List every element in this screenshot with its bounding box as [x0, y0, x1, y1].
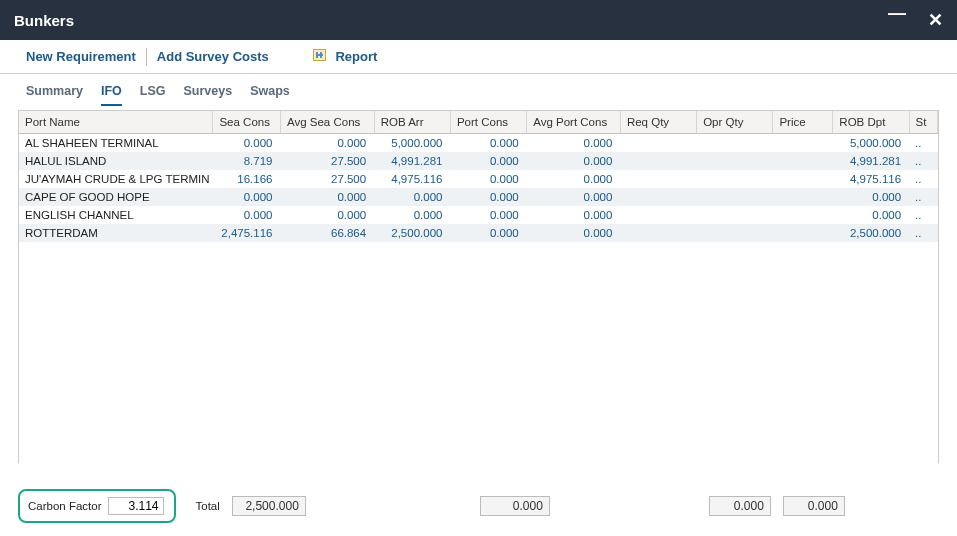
cell-avg_port[interactable]: 0.000: [527, 152, 621, 170]
minimize-icon[interactable]: —: [888, 9, 906, 31]
tab-surveys[interactable]: Surveys: [184, 84, 233, 106]
cell-avg_port[interactable]: 0.000: [527, 188, 621, 206]
cell-rob_dpt[interactable]: 0.000: [833, 188, 909, 206]
col-header[interactable]: Avg Sea Cons: [280, 111, 374, 133]
col-header[interactable]: Opr Qty: [697, 111, 773, 133]
cell-opr[interactable]: [697, 152, 773, 170]
cell-avg_sea[interactable]: 66.864: [280, 224, 374, 242]
cell-avg_sea[interactable]: 0.000: [280, 133, 374, 152]
data-grid[interactable]: Port NameSea ConsAvg Sea ConsROB ArrPort…: [18, 110, 939, 480]
col-header[interactable]: St: [909, 111, 937, 133]
cell-price[interactable]: [773, 152, 833, 170]
tab-lsg[interactable]: LSG: [140, 84, 166, 106]
cell-rob_arr[interactable]: 2,500.000: [374, 224, 450, 242]
table-row[interactable]: JU'AYMAH CRUDE & LPG TERMIN16.16627.5004…: [19, 170, 938, 188]
cell-port_cons[interactable]: 0.000: [450, 224, 526, 242]
cell-port[interactable]: JU'AYMAH CRUDE & LPG TERMIN: [19, 170, 213, 188]
table-row[interactable]: AL SHAHEEN TERMINAL0.0000.0005,000.0000.…: [19, 133, 938, 152]
cell-req[interactable]: [620, 224, 696, 242]
cell-avg_sea[interactable]: 27.500: [280, 152, 374, 170]
cell-avg_port[interactable]: 0.000: [527, 224, 621, 242]
cell-port_cons[interactable]: 0.000: [450, 152, 526, 170]
cell-st[interactable]: ..: [909, 224, 937, 242]
cell-price[interactable]: [773, 206, 833, 224]
cell-rob_arr[interactable]: 4,991.281: [374, 152, 450, 170]
cell-sea[interactable]: 0.000: [213, 133, 281, 152]
cell-port_cons[interactable]: 0.000: [450, 206, 526, 224]
cell-avg_port[interactable]: 0.000: [527, 133, 621, 152]
cell-port[interactable]: AL SHAHEEN TERMINAL: [19, 133, 213, 152]
report-button[interactable]: Report: [303, 47, 388, 67]
cell-sea[interactable]: 8.719: [213, 152, 281, 170]
col-header[interactable]: Sea Cons: [213, 111, 281, 133]
cell-st[interactable]: ..: [909, 170, 937, 188]
carbon-factor-label: Carbon Factor: [28, 500, 102, 512]
cell-req[interactable]: [620, 170, 696, 188]
cell-price[interactable]: [773, 170, 833, 188]
cell-opr[interactable]: [697, 206, 773, 224]
cell-st[interactable]: ..: [909, 206, 937, 224]
cell-port[interactable]: ROTTERDAM: [19, 224, 213, 242]
add-survey-costs-button[interactable]: Add Survey Costs: [147, 47, 279, 67]
cell-price[interactable]: [773, 133, 833, 152]
cell-rob_arr[interactable]: 0.000: [374, 206, 450, 224]
tab-summary[interactable]: Summary: [26, 84, 83, 106]
cell-sea[interactable]: 2,475.116: [213, 224, 281, 242]
cell-opr[interactable]: [697, 133, 773, 152]
col-header[interactable]: Avg Port Cons: [527, 111, 621, 133]
cell-port_cons[interactable]: 0.000: [450, 170, 526, 188]
cell-port_cons[interactable]: 0.000: [450, 188, 526, 206]
cell-opr[interactable]: [697, 188, 773, 206]
cell-st[interactable]: ..: [909, 133, 937, 152]
table-row[interactable]: ENGLISH CHANNEL0.0000.0000.0000.0000.000…: [19, 206, 938, 224]
cell-price[interactable]: [773, 188, 833, 206]
cell-price[interactable]: [773, 224, 833, 242]
cell-port[interactable]: CAPE OF GOOD HOPE: [19, 188, 213, 206]
table-row[interactable]: CAPE OF GOOD HOPE0.0000.0000.0000.0000.0…: [19, 188, 938, 206]
new-requirement-button[interactable]: New Requirement: [16, 47, 146, 67]
cell-port_cons[interactable]: 0.000: [450, 133, 526, 152]
col-header[interactable]: Port Name: [19, 111, 213, 133]
cell-sea[interactable]: 16.166: [213, 170, 281, 188]
cell-avg_sea[interactable]: 0.000: [280, 188, 374, 206]
cell-opr[interactable]: [697, 170, 773, 188]
table-row[interactable]: ROTTERDAM2,475.11666.8642,500.0000.0000.…: [19, 224, 938, 242]
total-port-cons: 0.000: [480, 496, 550, 516]
cell-rob_arr[interactable]: 4,975.116: [374, 170, 450, 188]
cell-rob_dpt[interactable]: 4,975.116: [833, 170, 909, 188]
cell-req[interactable]: [620, 188, 696, 206]
cell-sea[interactable]: 0.000: [213, 188, 281, 206]
cell-avg_port[interactable]: 0.000: [527, 170, 621, 188]
cell-rob_dpt[interactable]: 4,991.281: [833, 152, 909, 170]
cell-st[interactable]: ..: [909, 188, 937, 206]
report-label: Report: [335, 49, 377, 64]
cell-avg_port[interactable]: 0.000: [527, 206, 621, 224]
cell-port[interactable]: HALUL ISLAND: [19, 152, 213, 170]
cell-req[interactable]: [620, 206, 696, 224]
cell-rob_arr[interactable]: 5,000.000: [374, 133, 450, 152]
cell-rob_dpt[interactable]: 0.000: [833, 206, 909, 224]
cell-avg_sea[interactable]: 27.500: [280, 170, 374, 188]
tab-swaps[interactable]: Swaps: [250, 84, 290, 106]
cell-sea[interactable]: 0.000: [213, 206, 281, 224]
cell-avg_sea[interactable]: 0.000: [280, 206, 374, 224]
cell-port[interactable]: ENGLISH CHANNEL: [19, 206, 213, 224]
carbon-factor-input[interactable]: [108, 497, 164, 515]
cell-rob_arr[interactable]: 0.000: [374, 188, 450, 206]
col-header[interactable]: Port Cons: [450, 111, 526, 133]
tab-ifo[interactable]: IFO: [101, 84, 122, 106]
footer-bar: Carbon Factor Total 2,500.000 0.000 0.00…: [0, 463, 957, 533]
col-header[interactable]: ROB Arr: [374, 111, 450, 133]
cell-rob_dpt[interactable]: 5,000.000: [833, 133, 909, 152]
col-header[interactable]: Price: [773, 111, 833, 133]
col-header[interactable]: Req Qty: [620, 111, 696, 133]
cell-rob_dpt[interactable]: 2,500.000: [833, 224, 909, 242]
cell-opr[interactable]: [697, 224, 773, 242]
cell-req[interactable]: [620, 133, 696, 152]
close-icon[interactable]: ✕: [928, 9, 943, 31]
col-header[interactable]: ROB Dpt: [833, 111, 909, 133]
cell-req[interactable]: [620, 152, 696, 170]
cell-st[interactable]: ..: [909, 152, 937, 170]
total-opr-2: 0.000: [783, 496, 845, 516]
table-row[interactable]: HALUL ISLAND8.71927.5004,991.2810.0000.0…: [19, 152, 938, 170]
